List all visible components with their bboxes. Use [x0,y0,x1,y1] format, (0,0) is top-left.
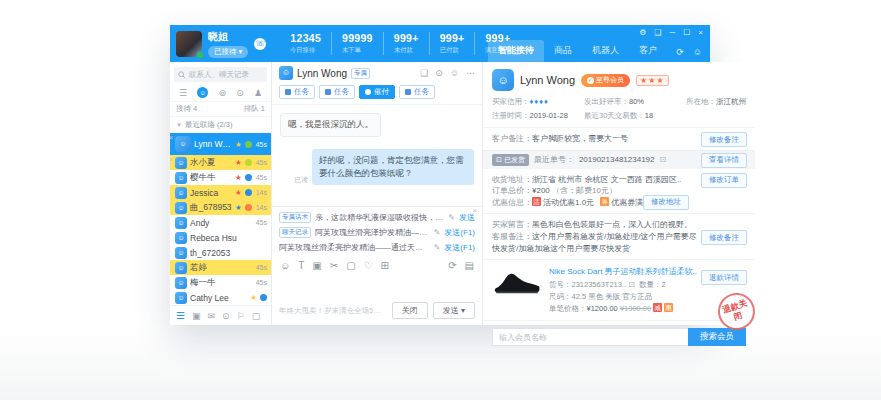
sessions-icon[interactable]: ☰ [179,88,187,98]
minimize-icon[interactable]: ─ [669,28,675,37]
chip-task-2[interactable]: 任务 [319,85,355,99]
contact-row[interactable]: × ☺ 水小夏 ★ 45s [170,155,271,170]
contacts-icon[interactable]: ⊙ [236,88,244,98]
contact-row-lynn-wong[interactable]: × ☺ Lynn Wong ★ 45s [170,133,271,155]
close-session-icon[interactable]: × [170,156,173,163]
order-detail-button[interactable]: 查看详情 [701,153,747,168]
reception-count[interactable]: 接待 4 [176,104,197,114]
contact-row[interactable]: ☺ Cathy Lee ★ [170,290,271,305]
contact-row[interactable]: ☺ th_672053 [170,245,271,260]
screenshot-icon[interactable]: ▣ [192,311,201,321]
reception-icon[interactable]: ☺ [197,87,208,98]
vip-badge: ✓至尊会员 [581,74,630,87]
product-title[interactable]: Nike Sock Dart 男子运动鞋系列舒适柔软.. [549,266,697,278]
order-no-label: 最近单号： [534,154,574,165]
send-suggestion-link[interactable]: 发送(F1) [444,242,475,253]
stat-label: 已付款 [440,46,462,55]
contact-row[interactable]: ☺ 樱牛牛 ★ 45s [170,170,271,185]
main-menu-icon[interactable]: ☰ [176,310,185,321]
close-session-icon[interactable]: × [170,134,173,141]
chip-label: 催付 [374,87,389,97]
stat-item[interactable]: 999+已付款 [429,32,475,55]
trade-label: 最近30天交易数： [584,111,645,120]
suggestion-row[interactable]: 专属话术 亲，这款精华乳液保湿吸收很快，令干燥的肌肤… ✎ 发送 [279,212,475,223]
team-icon[interactable]: ☺ [450,68,459,78]
edit-icon[interactable]: ✎ [434,243,441,252]
close-icon[interactable]: × [698,28,703,37]
edit-order-button[interactable]: 修改订单 [701,173,747,188]
suggestion-row[interactable]: 阿芙玫瑰丝滑柔亮护发精油——通过天然精油与基础油的上 ✎ 发送(F1) [279,242,475,253]
stat-item[interactable]: 999+未付款 [383,32,429,55]
trade-value: 18 [645,111,653,120]
avatar: ☺ [175,217,187,229]
history-icon[interactable]: ⊙ [222,311,230,321]
contact-name: Andy [190,218,252,228]
edit-icon[interactable]: ✎ [448,213,455,222]
contact-row[interactable]: ☺ 曲_678953 ★ 14s [170,200,271,215]
contact-row[interactable]: ☺ 梅一牛 45s [170,275,271,290]
mail-icon[interactable]: ✉ [207,311,215,321]
tab-robot[interactable]: 机器人 [582,40,629,62]
queue-count[interactable]: 排队 1 [244,104,265,114]
product-image[interactable] [492,266,542,298]
stat-item[interactable]: 99999未下单 [331,32,383,55]
refresh-icon[interactable]: ⟳ [448,260,456,271]
tab-smart-reception[interactable]: 智能接待 [488,40,544,62]
suggestion-row[interactable]: 聊天记录 阿芙玫瑰丝滑亮泽护发精油——通过天然精油与… ✎ 发送(F1) [279,227,475,238]
tab-products[interactable]: 商品 [544,40,582,62]
contact-row[interactable]: ☺ Jessica ★ 14s [170,185,271,200]
chip-urge-pay[interactable]: 催付 [359,85,395,99]
wait-timer: 14s [256,189,267,196]
popout-icon[interactable]: ❏ [420,68,428,78]
font-icon[interactable]: T [298,260,304,271]
flag-icon[interactable]: ⚐ [237,311,245,321]
maximize-icon[interactable]: ☐ [683,28,690,37]
edit-icon[interactable]: ✎ [434,228,441,237]
member-search-button[interactable]: 搜索会员 [688,328,746,346]
service-icon[interactable]: ☺ [693,47,702,57]
tab-customer[interactable]: 客户 [629,40,667,62]
screenshot-icon[interactable]: ✂ [330,260,338,271]
history-icon[interactable]: ⊙ [435,68,443,78]
wait-timer: 45s [256,141,267,148]
contact-row[interactable]: ☺ 若婷 45s [170,260,271,275]
stat-item[interactable]: 12345今日接待 [280,32,331,55]
layout-icon[interactable]: ❏ [654,28,661,37]
contact-search[interactable]: 联系人、聊天记录 [174,67,267,82]
composer-toolbar: ☺ T ▣ ✂ ▢ ♡ ⊞ ⟳ ▤ [272,256,482,275]
emoji-icon[interactable]: ☺ [280,260,290,271]
refresh-icon[interactable]: ⟳ [676,47,684,57]
more-icon[interactable]: ⋯ [466,68,475,78]
member-search-input[interactable] [492,328,688,346]
edit-address-button[interactable]: 修改地址 [643,195,689,210]
send-suggestion-link[interactable]: 发送(F1) [444,227,475,238]
message-input[interactable] [272,275,482,299]
settings-icon[interactable]: ⚙ [639,28,646,37]
message-box-icon[interactable]: ▤ [465,260,474,271]
panel-icon[interactable]: ▢ [252,311,261,321]
copy-icon[interactable]: ⊡ [660,155,667,164]
chip-task-3[interactable]: 任务 [399,85,435,99]
contact-row[interactable]: ☺ Rebeca Hsu [170,230,271,245]
contact-row[interactable]: ☺ Andy 45s [170,215,271,230]
product-card-icon[interactable]: ▢ [346,260,355,271]
send-button[interactable]: 发送 ▾ [433,302,475,319]
image-icon[interactable]: ▣ [312,260,321,271]
bot-icon[interactable]: ♟ [254,88,262,98]
close-suggestions-icon[interactable]: × [472,206,477,215]
edit-cs-note-button[interactable]: 修改备注 [701,230,747,245]
chip-task-1[interactable]: 任务 [279,85,315,99]
more-tools-icon[interactable]: ⊞ [381,260,389,271]
contact-name: Rebeca Hsu [190,233,267,243]
favorites-icon[interactable]: ♡ [364,260,373,271]
headset-icon[interactable]: ☏ [254,38,266,50]
close-button[interactable]: 关闭 [392,302,428,319]
refund-detail-button[interactable]: 退款详情 [701,270,747,285]
stat-label: 未付款 [394,46,416,55]
contact-group-header[interactable]: ▼ 最近联络 (2/3) [170,116,271,133]
search-tab-icon[interactable]: ⊚ [218,88,226,98]
status-dropdown[interactable]: 已接待 ▾ [208,46,248,58]
copy-icon[interactable]: ⊡ [628,280,635,289]
user-avatar[interactable] [176,31,202,57]
edit-note-button[interactable]: 修改备注 [701,132,747,147]
